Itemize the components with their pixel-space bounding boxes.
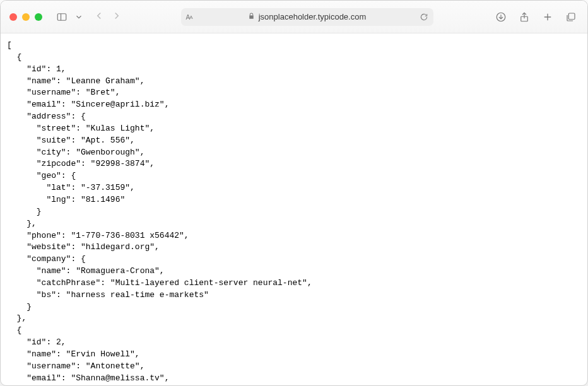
navigation-buttons	[92, 10, 124, 24]
window-controls	[9, 13, 42, 21]
address-bar-wrap: AA jsonplaceholder.typicode.com	[132, 8, 481, 26]
lock-icon	[248, 12, 255, 21]
svg-rect-0	[57, 13, 66, 20]
close-window-button[interactable]	[9, 13, 17, 21]
minimize-window-button[interactable]	[22, 13, 30, 21]
address-bar[interactable]: AA jsonplaceholder.typicode.com	[181, 8, 433, 26]
share-button[interactable]	[516, 9, 532, 25]
toolbar-right-group	[493, 9, 579, 25]
tab-overview-dropdown[interactable]	[74, 9, 83, 25]
downloads-button[interactable]	[493, 9, 509, 25]
url-host-text: jsonplaceholder.typicode.com	[259, 12, 367, 21]
sidebar-toggle-button[interactable]	[54, 9, 69, 25]
back-button[interactable]	[92, 10, 106, 24]
browser-toolbar: AA jsonplaceholder.typicode.com	[1, 1, 587, 33]
json-response-body: [ { "id": 1, "name": "Leanne Graham", "u…	[1, 33, 587, 386]
site-settings-icon[interactable]: AA	[186, 13, 192, 20]
new-tab-button[interactable]	[539, 9, 555, 25]
forward-button[interactable]	[110, 10, 124, 24]
maximize-window-button[interactable]	[35, 13, 42, 21]
svg-rect-7	[568, 13, 575, 20]
tabs-button[interactable]	[563, 9, 579, 25]
reload-button[interactable]	[420, 13, 428, 21]
